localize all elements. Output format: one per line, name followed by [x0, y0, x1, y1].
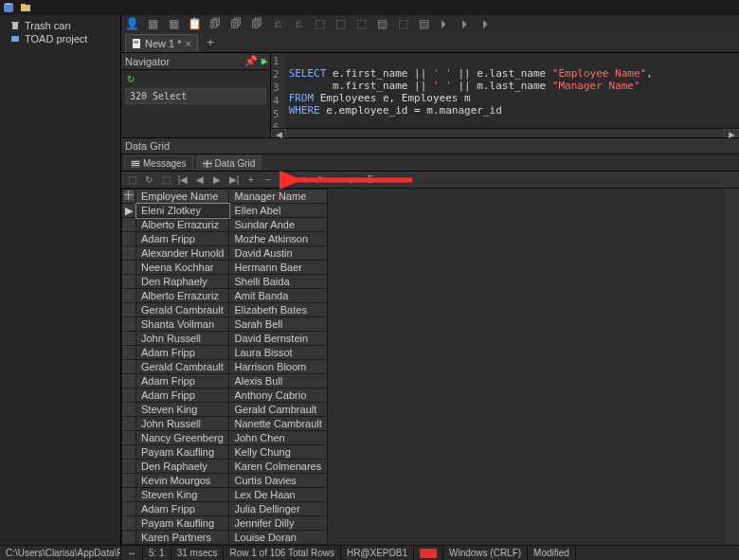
- grid-col-header[interactable]: Manager Name: [229, 190, 327, 204]
- grid-toolbtn-6[interactable]: ▶|: [226, 173, 242, 187]
- grid-cell[interactable]: Alberto Errazuriz: [136, 218, 229, 232]
- grid-cell[interactable]: Alexander Hunold: [136, 246, 229, 261]
- grid-toolbtn-7[interactable]: +: [243, 173, 259, 187]
- grid-cell[interactable]: Payam Kaufling: [136, 516, 229, 531]
- grid-cell[interactable]: Payam Kaufling: [136, 445, 229, 460]
- grid-toolbtn-8[interactable]: −: [261, 173, 276, 187]
- editor-toolbtn-16[interactable]: ⏵: [457, 16, 474, 31]
- table-row[interactable]: Den RaphaelyKaren Colmenares: [122, 460, 328, 474]
- grid-toolbtn-2[interactable]: ⬚: [158, 173, 173, 187]
- grid-toolbtn-13[interactable]: ⏵: [346, 173, 361, 187]
- editor-toolbtn-17[interactable]: ⏵: [478, 16, 495, 31]
- grid-cell[interactable]: John Chen: [229, 431, 327, 445]
- grid-cell[interactable]: Den Raphaely: [136, 275, 229, 289]
- grid-cell[interactable]: Steven King: [136, 488, 229, 502]
- grid-cell[interactable]: John Russell: [136, 417, 229, 431]
- navigator-refresh[interactable]: ↻: [125, 72, 266, 88]
- editor-toolbtn-1[interactable]: ▦: [144, 16, 161, 31]
- grid-cell[interactable]: Shelli Baida: [229, 275, 327, 289]
- table-row[interactable]: Adam FrippAnthony Cabrio: [122, 388, 328, 403]
- grid-cell[interactable]: Adam Fripp: [136, 374, 229, 388]
- grid-toolbtn-12[interactable]: [329, 173, 344, 187]
- grid-cell[interactable]: Shanta Vollman: [136, 317, 229, 332]
- table-row[interactable]: Adam FrippMozhe Atkinson: [122, 232, 328, 246]
- sql-editor[interactable]: ▶123456 SELECT e.first_name || ' ' || e.…: [271, 53, 739, 137]
- grid-cell[interactable]: Lex De Haan: [229, 488, 327, 502]
- grid-cell[interactable]: Mozhe Atkinson: [229, 232, 327, 246]
- editor-toolbtn-8[interactable]: ⎌: [290, 16, 307, 31]
- grid-toolbtn-14[interactable]: Σ: [363, 173, 378, 187]
- editor-toolbtn-5[interactable]: 🗐: [227, 16, 244, 31]
- grid-cell[interactable]: Gerald Cambrault: [229, 403, 327, 417]
- editor-toolbtn-3[interactable]: 📋: [186, 16, 203, 31]
- grid-cell[interactable]: Adam Fripp: [136, 346, 229, 360]
- grid-cell[interactable]: Den Raphaely: [136, 460, 229, 474]
- grid-toolbtn-3[interactable]: |◀: [175, 173, 190, 187]
- grid-col-header[interactable]: Employee Name: [136, 190, 229, 204]
- grid-toolbtn-4[interactable]: ◀: [192, 173, 207, 187]
- grid-cell[interactable]: Curtis Davies: [229, 474, 327, 488]
- editor-toolbtn-14[interactable]: ▤: [415, 16, 432, 31]
- editor-toolbtn-4[interactable]: 🗐: [207, 16, 224, 31]
- grid-cell[interactable]: Jennifer Dilly: [229, 516, 327, 531]
- grid-toolbtn-9[interactable]: ▲: [278, 173, 293, 187]
- grid-cell[interactable]: Harrison Bloom: [229, 360, 327, 374]
- grid-vscrollbar[interactable]: [725, 189, 739, 545]
- db-icon[interactable]: [0, 1, 17, 14]
- tab-messages[interactable]: Messages: [124, 155, 193, 171]
- grid-cell[interactable]: David Austin: [229, 246, 327, 261]
- grid-cell[interactable]: Alberto Errazuriz: [136, 289, 229, 303]
- close-icon[interactable]: ×: [186, 38, 191, 49]
- editor-toolbtn-11[interactable]: ⬚: [352, 16, 370, 31]
- grid-cell[interactable]: Eleni Zlotkey: [136, 204, 229, 218]
- table-row[interactable]: John RussellNanette Cambrault: [122, 417, 328, 431]
- grid-toolbtn-10[interactable]: ✓: [295, 173, 310, 187]
- grid-cell[interactable]: Karen Colmenares: [229, 460, 327, 474]
- grid-cell[interactable]: Kevin Mourgos: [136, 474, 229, 488]
- editor-toolbtn-9[interactable]: ⬚: [311, 16, 328, 31]
- table-row[interactable]: Alexander HunoldDavid Austin: [122, 246, 328, 261]
- table-row[interactable]: Shanta VollmanSarah Bell: [122, 317, 328, 332]
- editor-toolbtn-15[interactable]: ⏵: [436, 16, 453, 31]
- grid-cell[interactable]: Gerald Cambrault: [136, 360, 229, 374]
- tree-item-trash[interactable]: Trash can: [0, 19, 120, 32]
- editor-toolbtn-10[interactable]: ⬚: [332, 16, 349, 31]
- grid-toolbtn-11[interactable]: ✗: [312, 173, 327, 187]
- grid-cell[interactable]: Neena Kochhar: [136, 261, 229, 275]
- editor-hscrollbar[interactable]: ◀▶: [271, 128, 739, 137]
- grid-cell[interactable]: Karen Partners: [136, 531, 229, 545]
- grid-cell[interactable]: Ellen Abel: [229, 204, 327, 218]
- table-row[interactable]: Gerald CambraultHarrison Bloom: [122, 360, 328, 374]
- tab-datagrid[interactable]: Data Grid: [196, 155, 262, 171]
- grid-cell[interactable]: David Bernstein: [229, 332, 327, 346]
- grid-cell[interactable]: Adam Fripp: [136, 502, 229, 516]
- grid-cell[interactable]: Amit Banda: [229, 289, 327, 303]
- result-grid[interactable]: Employee NameManager Name ▶Eleni Zlotkey…: [121, 189, 328, 545]
- table-row[interactable]: Adam FrippJulia Dellinger: [122, 502, 328, 516]
- grid-cell[interactable]: Hermann Baer: [229, 261, 327, 275]
- grid-cell[interactable]: Adam Fripp: [136, 232, 229, 246]
- grid-cell[interactable]: Alexis Bull: [229, 374, 327, 388]
- editor-code[interactable]: SELECT e.first_name || ' ' || e.last_nam…: [285, 53, 657, 128]
- navigator-select-item[interactable]: 320 Select: [125, 88, 266, 104]
- add-tab-button[interactable]: +: [201, 35, 220, 49]
- folder-icon[interactable]: [17, 1, 34, 14]
- editor-toolbtn-2[interactable]: ▦: [165, 16, 182, 31]
- grid-cell[interactable]: Sarah Bell: [229, 317, 327, 332]
- grid-cell[interactable]: Nanette Cambrault: [229, 417, 327, 431]
- grid-cell[interactable]: Nancy Greenberg: [136, 431, 229, 445]
- grid-toolbtn-15[interactable]: [380, 173, 395, 187]
- table-row[interactable]: Den RaphaelyShelli Baida: [122, 275, 328, 289]
- table-row[interactable]: ▶Eleni ZlotkeyEllen Abel: [122, 204, 328, 218]
- editor-toolbtn-7[interactable]: ⎌: [269, 16, 286, 31]
- table-row[interactable]: Karen PartnersLouise Doran: [122, 531, 328, 545]
- editor-toolbtn-12[interactable]: ▤: [373, 16, 390, 31]
- grid-cell[interactable]: John Russell: [136, 332, 229, 346]
- table-row[interactable]: Alberto ErrazurizSundar Ande: [122, 218, 328, 232]
- grid-cell[interactable]: Anthony Cabrio: [229, 388, 327, 403]
- editor-toolbtn-6[interactable]: 🗐: [248, 16, 265, 31]
- table-row[interactable]: Payam KauflingJennifer Dilly: [122, 516, 328, 531]
- grid-cell[interactable]: Sundar Ande: [229, 218, 327, 232]
- table-row[interactable]: Adam FrippLaura Bissot: [122, 346, 328, 360]
- table-row[interactable]: John RussellDavid Bernstein: [122, 332, 328, 346]
